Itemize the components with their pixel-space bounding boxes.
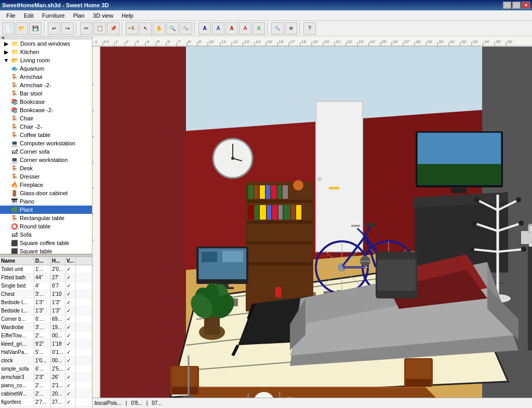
svg-point-188 [521,247,526,252]
select-button[interactable]: ↖ [139,22,152,35]
list-row[interactable]: EiffelTow... 2'... 00... ✓ [0,332,92,340]
svg-text:4': 4' [92,187,94,189]
text-A3[interactable]: A [225,22,238,35]
svg-point-116 [317,177,322,181]
list-row[interactable]: Wardrobe 3'... 19... ✓ [0,323,92,332]
zoom-out-button[interactable]: 🔍- [180,22,192,35]
zoom-fit-button[interactable]: ⊞ [285,22,297,35]
text-A2[interactable]: A [212,22,224,35]
furniture-list[interactable]: Name D... H... V... Toilet unit 1'... 2'… [0,257,92,408]
cut-button[interactable]: ✂ [80,22,92,35]
menu-help[interactable]: Help [117,11,138,20]
undo-button[interactable]: ↩ [48,22,60,35]
text-A1[interactable]: A [198,22,211,35]
tree-item-aquarium[interactable]: 🐟 Aquarium [0,64,92,73]
tree-item-dresser[interactable]: 🪑 Dresser [0,172,92,181]
minimize-button[interactable]: ─ [503,2,511,9]
tree-item-cornerworkstation[interactable]: 💻 Corner workstation [0,156,92,164]
tree-item-desk[interactable]: 🪑 Desk [0,164,92,172]
menu-file[interactable]: File [2,11,20,20]
text-A5[interactable]: A [252,22,265,35]
list-row[interactable]: figorifero 2'7... 27... ✓ [0,398,92,406]
list-row[interactable]: cabinetW... 2'... 20... ✓ [0,390,92,398]
tree-item-kitchen[interactable]: ▶ 📁 Kitchen [0,48,92,56]
save-button[interactable]: 💾 [29,22,42,35]
tree-item-piano[interactable]: 🎹 Piano [0,197,92,206]
folder-icon: ▶ [2,48,10,56]
tree-item-cornersofa[interactable]: 🛋 Corner sofa [0,147,92,156]
svg-text:1': 1' [92,109,94,112]
tree-item-fireplace[interactable]: 🔥 Fireplace [0,181,92,189]
tree-item-squarecoffee[interactable]: ⬛ Square coffee table [0,239,92,247]
svg-rect-136 [284,205,290,220]
furniture-tree[interactable]: ◀ ▶ 📁 Doors and windows ▶ 📁 Kitchen ▼ 📂 … [0,36,92,254]
maximize-button[interactable]: □ [512,2,521,9]
svg-rect-195 [528,247,532,350]
tree-item-barstool[interactable]: 🪑 Bar stool [0,89,92,98]
copy-button[interactable]: 📋 [94,22,106,35]
list-row[interactable]: Fitted bath 44" 27' ✓ [0,274,92,282]
3d-viewport[interactable]: 0' 1' 2' 3' 4' 5' 6' 7' [92,47,532,398]
list-row[interactable]: kleed_gri... 9'2" 1'18 ✓ [0,340,92,348]
list-row[interactable]: simple_sofa 6'... 2'5... ✓ [0,365,92,373]
tree-item-chair2[interactable]: 🪑 Chair -2- [0,123,92,131]
menu-edit[interactable]: Edit [20,11,38,20]
help-button[interactable]: ? [303,22,316,35]
menu-furniture[interactable]: Furniture [38,11,69,20]
tree-item-glassdoor[interactable]: 🚪 Glass-door cabinet [0,189,92,197]
add-furniture-button[interactable]: +🪑 [126,22,138,35]
menu-plan[interactable]: Plan [69,11,89,20]
tree-item-sofa[interactable]: 🛋 Sofa [0,230,92,239]
pan-button[interactable]: ✋ [153,22,165,35]
zoom-in-button[interactable]: 🔍 [166,22,179,35]
tree-collapse-icon[interactable]: ◀ [1,36,4,40]
list-row[interactable]: Corner b... 6'... 69... ✓ [0,315,92,323]
svg-text:4': 4' [147,39,150,44]
statusbar: bocalPois... | 0'8... | 07... [92,398,532,408]
new-button[interactable]: 📄 [2,22,15,35]
item-icon: 🚪 [10,189,19,197]
list-row[interactable]: piano_co... 2'... 2'1... ✓ [0,382,92,390]
status-separator-2: | [147,400,148,406]
list-row[interactable]: armchair3 2'3" 26' ✓ [0,373,92,382]
tree-item-bookcase2[interactable]: 📚 Bookcase -2- [0,106,92,114]
zoom-percent-button[interactable]: 🔍 [271,22,284,35]
tree-item-doors[interactable]: ▶ 📁 Doors and windows [0,39,92,48]
list-row[interactable]: Bedside t... 1'3" 1'3" ✓ [0,298,92,307]
tree-item-armchair[interactable]: 🪑 Armchair [0,73,92,81]
svg-text:2': 2' [126,39,129,44]
list-row[interactable]: Single bed 4' 6'7 ✓ [0,282,92,290]
status-z: 07... [152,400,162,406]
svg-rect-126 [266,185,270,199]
titlebar-title: SweetHomeMan.sh3d - Sweet Home 3D [2,2,109,8]
tree-item-coffeetable[interactable]: 🪑 Coffee table [0,131,92,139]
list-row[interactable]: Chest 3'... 1'10 ✓ [0,290,92,298]
item-icon: ⬛ [10,248,19,254]
list-row[interactable]: Bedside t... 1'3" 1'3" ✓ [0,307,92,315]
paste-button[interactable]: 📌 [107,22,119,35]
menu-3dview[interactable]: 3D view [89,11,117,20]
tree-item-living[interactable]: ▼ 📂 Living room [0,56,92,64]
close-button[interactable]: ✕ [522,2,530,9]
list-header: Name D... H... V... [0,257,92,265]
svg-text:13': 13' [244,39,250,44]
tree-item-bookcase[interactable]: 📚 Bookcase [0,98,92,106]
ruler: -1' 0'1 1' 2' 3' 4' 5' 6' 7' 8' [92,36,532,47]
svg-text:35': 35' [496,39,501,44]
open-button[interactable]: 📂 [16,22,28,35]
tree-item-squaretable[interactable]: ⬛ Square table [0,247,92,254]
list-row[interactable]: HalVanPa... 5'... 0'1... ✓ [0,348,92,357]
svg-rect-130 [248,205,254,220]
list-row[interactable]: Toilet unit 1'... 2'0... ✓ [0,265,92,274]
tree-item-compworkstation[interactable]: 💻 Computer workstation [0,139,92,147]
tree-item-plant[interactable]: 🌿 Plant [0,206,92,214]
tree-item-recttable[interactable]: 🪑 Rectangular table [0,214,92,222]
tree-item-roundtable[interactable]: ⭕ Round table [0,222,92,230]
svg-text:31': 31' [450,39,456,44]
tree-item-armchair2[interactable]: 🪑 Armchair -2- [0,81,92,89]
item-icon: 🪑 [10,115,19,122]
list-row[interactable]: clock 1'0... 00... ✓ [0,357,92,365]
redo-button[interactable]: ↪ [61,22,74,35]
text-A4[interactable]: A [239,22,251,35]
tree-item-chair[interactable]: 🪑 Chair [0,114,92,123]
